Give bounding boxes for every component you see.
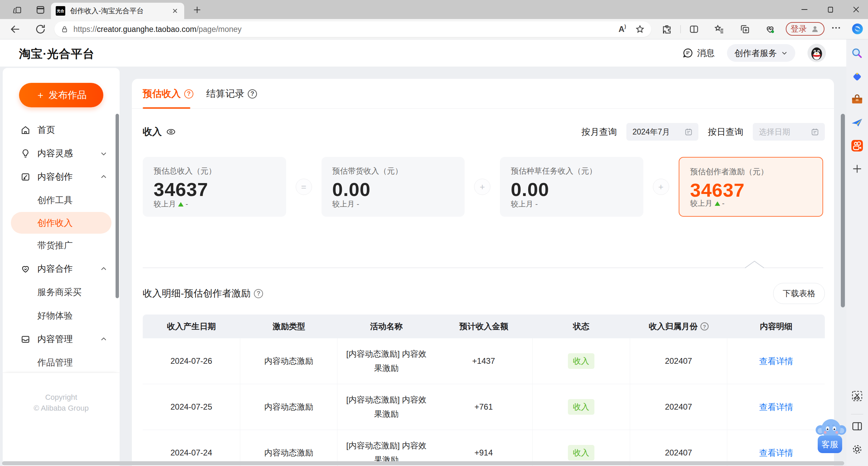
copyright-owner: © Alibaba Group [3, 403, 120, 414]
sidebar-item-creation-tools[interactable]: 创作工具 [3, 189, 120, 212]
sidebar-item-management[interactable]: 内容管理 [3, 327, 120, 351]
tab-actions-icon[interactable] [35, 5, 46, 15]
operator-3: + [643, 179, 679, 195]
compare-label: 较上月 [690, 198, 713, 209]
kuaishou-icon[interactable] [851, 139, 864, 152]
sidebar-item-inspiration[interactable]: 内容灵感 [3, 142, 120, 165]
trend-up-icon [715, 201, 720, 206]
help-icon[interactable]: ? [184, 89, 193, 98]
sidebar-scrollbar[interactable] [116, 114, 119, 298]
window-minimize-icon[interactable] [797, 4, 812, 15]
back-icon[interactable] [10, 23, 21, 35]
section-divider [143, 268, 823, 268]
page-horizontal-scrollbar[interactable] [2, 461, 844, 465]
help-icon[interactable]: ? [248, 89, 257, 98]
toolbox-icon[interactable] [851, 93, 864, 106]
favorites-bar-icon[interactable] [714, 24, 725, 35]
status-badge: 收入 [568, 399, 594, 415]
left-sidebar: ＋ 发布作品 首页内容灵感内容创作创作工具创作收入带货推广内容合作服务商采买好物… [3, 68, 120, 466]
table-row: 2024-07-26内容动态激励[内容动态激励] 内容效果激励+1437收入20… [143, 338, 825, 384]
refresh-icon[interactable] [35, 23, 46, 35]
window-close-icon[interactable] [849, 4, 863, 15]
publish-button[interactable]: ＋ 发布作品 [19, 83, 103, 107]
login-button[interactable]: 登录 [786, 22, 824, 36]
day-picker-input[interactable] [758, 127, 811, 137]
window-maximize-icon[interactable] [823, 4, 837, 15]
sidebar-item-goods-experience[interactable]: 好物体验 [3, 304, 120, 327]
tab-label: 预估收入 [143, 87, 181, 100]
search-icon[interactable] [851, 47, 864, 60]
view-details-link[interactable]: 查看详情 [759, 356, 793, 367]
creator-services-dropdown[interactable]: 创作者服务 [727, 44, 795, 62]
read-aloud-icon[interactable]: A) [619, 24, 626, 34]
help-icon[interactable]: ? [254, 289, 263, 298]
screenshot-icon[interactable] [851, 390, 864, 402]
chevron-up-icon [100, 265, 107, 273]
activity-text: [内容动态激励] 内容效果激励 [343, 393, 430, 421]
address-bar[interactable]: https://creator.guanghe.taobao.com/page/… [54, 21, 651, 37]
send-plane-icon[interactable] [851, 116, 864, 129]
income-card-3[interactable]: 预估种草任务收入（元）0.00较上月- [500, 157, 643, 217]
income-card-4[interactable]: 预估创作者激励（元）34637较上月- [679, 157, 823, 217]
edge-sidebar [846, 39, 868, 466]
card-compare: 较上月- [332, 199, 359, 209]
cell-activity-name: [内容动态激励] 内容效果激励 [337, 430, 435, 466]
card-value: 34637 [690, 179, 812, 201]
sidebar-item-service-purchase[interactable]: 服务商采买 [3, 281, 120, 304]
browser-essentials-icon[interactable] [765, 24, 776, 35]
tab-estimated-income[interactable]: 预估收入 ? [143, 79, 193, 109]
user-avatar[interactable] [808, 44, 826, 62]
tab-label: 结算记录 [206, 87, 244, 100]
split-screen-icon[interactable] [689, 24, 699, 35]
sidebar-menu: 首页内容灵感内容创作创作工具创作收入带货推广内容合作服务商采买好物体验内容管理作… [3, 118, 120, 374]
extensions-icon[interactable] [661, 24, 672, 35]
help-icon[interactable]: ? [700, 322, 709, 330]
sidebar-item-home[interactable]: 首页 [3, 118, 120, 142]
cell-incentive-type: 内容动态激励 [240, 384, 338, 430]
download-table-button[interactable]: 下载表格 [773, 283, 825, 304]
tabs-row: 预估收入 ? 结算记录 ? [132, 79, 834, 109]
sidebar-toggle-icon[interactable] [851, 420, 864, 433]
workspaces-icon[interactable] [12, 5, 22, 15]
sidebar-item-creation-income[interactable]: 创作收入 [11, 212, 111, 234]
sidebar-item-creation[interactable]: 内容创作 [3, 165, 120, 189]
customer-service-widget[interactable]: 客服 [815, 417, 846, 454]
operator-1: = [286, 179, 322, 195]
sidebar-item-label: 作品管理 [37, 357, 73, 369]
copilot-icon[interactable] [851, 22, 864, 35]
sidebar-item-goods-promotion[interactable]: 带货推广 [3, 234, 120, 257]
table-header-cell: 预计收入金额 [435, 315, 533, 338]
favorite-star-icon[interactable] [635, 24, 645, 34]
compare-delta: - [535, 200, 538, 209]
settings-gear-icon[interactable] [851, 443, 864, 456]
view-details-link[interactable]: 查看详情 [759, 447, 793, 459]
cell-status: 收入 [533, 430, 630, 466]
day-picker[interactable] [753, 123, 825, 141]
income-card-1[interactable]: 预估总收入（元）34637较上月- [143, 157, 286, 217]
month-picker-input[interactable] [632, 127, 684, 137]
messages-button[interactable]: 消息 [682, 47, 715, 59]
tab-settlement-records[interactable]: 结算记录 ? [206, 79, 257, 109]
browser-tab[interactable]: 光合 创作收入-淘宝光合平台 [51, 3, 184, 19]
shopping-tag-icon[interactable] [851, 70, 864, 83]
eye-icon[interactable] [166, 127, 176, 137]
publish-label: 发布作品 [49, 89, 87, 102]
page-vertical-scrollbar[interactable] [841, 114, 845, 307]
cell-amount: +914 [435, 430, 533, 466]
month-picker[interactable] [626, 123, 698, 141]
collections-icon[interactable] [740, 24, 750, 35]
app-logo[interactable]: 淘宝·光合平台 [19, 46, 94, 62]
cell-income-month: 202407 [630, 384, 728, 430]
view-details-link[interactable]: 查看详情 [759, 401, 793, 413]
sidebar-item-works-management[interactable]: 作品管理 [3, 351, 120, 374]
new-tab-icon[interactable] [192, 5, 202, 15]
table-header-cell: 收入产生日期 [143, 315, 240, 338]
card-value: 0.00 [332, 178, 454, 200]
sidebar-item-cooperation[interactable]: 内容合作 [3, 257, 120, 281]
tab-close-icon[interactable] [171, 6, 179, 15]
card-value: 0.00 [511, 178, 632, 200]
more-menu-icon[interactable] [831, 22, 841, 33]
operator-2: + [465, 179, 500, 195]
income-card-2[interactable]: 预估带货收入（元）0.00较上月- [322, 157, 465, 217]
sidebar-add-icon[interactable] [851, 162, 864, 175]
